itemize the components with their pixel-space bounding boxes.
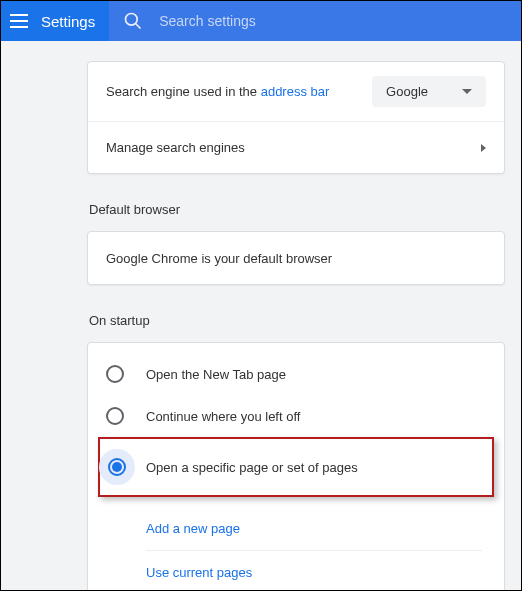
search-icon bbox=[123, 11, 143, 31]
radio-unchecked-icon bbox=[106, 407, 124, 425]
svg-point-0 bbox=[126, 14, 138, 26]
hamburger-menu-icon[interactable] bbox=[7, 9, 31, 33]
search-engine-label: Search engine used in the address bar bbox=[106, 84, 372, 99]
startup-option-label: Continue where you left off bbox=[146, 409, 300, 424]
search-engine-card: Search engine used in the address bar Go… bbox=[87, 61, 505, 174]
startup-option-label: Open the New Tab page bbox=[146, 367, 286, 382]
search-area[interactable] bbox=[109, 1, 521, 41]
search-engine-select[interactable]: Google bbox=[372, 76, 486, 107]
startup-sub-links: Add a new page Use current pages bbox=[146, 507, 482, 591]
search-engine-row: Search engine used in the address bar Go… bbox=[88, 62, 504, 121]
startup-option-label: Open a specific page or set of pages bbox=[146, 460, 358, 475]
add-new-page-link[interactable]: Add a new page bbox=[146, 507, 482, 550]
header-title: Settings bbox=[41, 13, 95, 30]
radio-unchecked-icon bbox=[106, 365, 124, 383]
address-bar-link[interactable]: address bar bbox=[261, 84, 330, 99]
manage-search-engines-label: Manage search engines bbox=[106, 140, 481, 155]
default-browser-card: Google Chrome is your default browser bbox=[87, 231, 505, 285]
dropdown-caret-icon bbox=[462, 89, 472, 94]
default-browser-section-title: Default browser bbox=[89, 202, 505, 217]
radio-ripple bbox=[99, 449, 135, 485]
highlight-annotation: Open a specific page or set of pages bbox=[98, 437, 494, 497]
use-current-pages-link[interactable]: Use current pages bbox=[146, 550, 482, 591]
search-engine-selected: Google bbox=[386, 84, 428, 99]
chevron-right-icon bbox=[481, 144, 486, 152]
default-browser-status: Google Chrome is your default browser bbox=[106, 251, 486, 266]
manage-search-engines-row[interactable]: Manage search engines bbox=[88, 121, 504, 173]
search-input[interactable] bbox=[159, 13, 521, 29]
startup-card: Open the New Tab page Continue where you… bbox=[87, 342, 505, 591]
app-header: Settings bbox=[1, 1, 521, 41]
radio-checked-icon bbox=[108, 458, 126, 476]
startup-section-title: On startup bbox=[89, 313, 505, 328]
content-area: Search engine used in the address bar Go… bbox=[1, 41, 521, 591]
startup-option-new-tab[interactable]: Open the New Tab page bbox=[88, 353, 504, 395]
svg-line-1 bbox=[136, 24, 141, 29]
default-browser-status-row: Google Chrome is your default browser bbox=[88, 232, 504, 284]
startup-option-specific-page[interactable]: Open a specific page or set of pages bbox=[100, 439, 492, 495]
startup-option-continue[interactable]: Continue where you left off bbox=[88, 395, 504, 437]
